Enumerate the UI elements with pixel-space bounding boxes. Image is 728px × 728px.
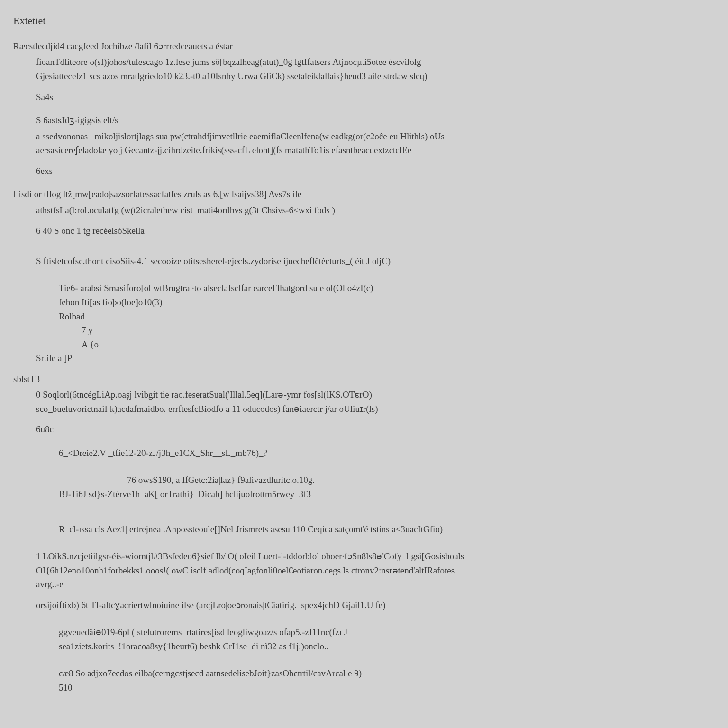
body-text: sco_bueluvorictnaiI k)acdafmaidbo. errft… [13, 402, 715, 416]
body-text: orsijoiftixb) 6t TI-altcɣacriertwlnoiuin… [13, 599, 715, 612]
body-code: Sa4s [13, 91, 715, 104]
body-text: a ssedvononas_ mikoljislortjlags sua pw(… [13, 130, 715, 143]
body-text: 6_<Dreie2.V _tfie12-20-zJ/j3h_e1CX_Shr__… [13, 446, 715, 460]
code-line: Srtile a ]P_ [13, 352, 715, 365]
body-text: S ftisletcofse.thont eisoSiis-4.1 secooi… [13, 255, 715, 268]
body-code: 6u8c [13, 423, 715, 436]
doc-title: Extetiet [13, 13, 715, 28]
body-text: aersasicereʃeladolæ yo j Gecantz-jj.cihr… [13, 144, 715, 157]
body-text: ggveuedäiə019-6pl (ıstelutrorems_rtatire… [13, 626, 715, 639]
body-text: athstfsLa(l:rol.oculatfg (w(t2icralethew… [13, 204, 715, 217]
body-text: sea1ziets.korits_!1oracoa8sy{1beurt6) be… [13, 640, 715, 653]
body-code: 6exs [13, 164, 715, 178]
code-line: Rolbad [13, 310, 715, 323]
body-text: fioanTdliteore o(sI)johos/tulescago 1z.l… [13, 55, 715, 69]
code-line: 7 y [13, 324, 715, 337]
body-text: avrg..-e [13, 578, 715, 591]
body-text: 1 LOikS.nzcjetiilgsr-éis-wiorntjl#3Bsfed… [13, 550, 715, 563]
body-text: 510 [13, 681, 715, 694]
body-text: R_cl-ıssa cls Aez1| ertrejnea .Anpossteo… [13, 523, 715, 536]
body-text: 0 Soqlorl(6tncégLiAp.oaşj lvibgit tie ra… [13, 388, 715, 401]
body-text: Gjesiattecelz1 scs azos mratlgriedo10lk2… [13, 70, 715, 83]
heading-3: Lisdi or tIlog ltž[mw[eado|sazsorfatessa… [13, 188, 715, 201]
code-line: A {o [13, 338, 715, 351]
code-line: Tie6- arabsi Smasiforo[ol wtBrugtra ·to … [13, 282, 715, 295]
body-text: 76 owsS190, a IfGetc:2ia|laz} f9alivazdl… [13, 473, 715, 487]
body-text: OI{6h12eno10onh1forbekks1.ooos!( owC isc… [13, 564, 715, 577]
body-text: BJ-1i6J sd}s-Ztérve1h_aK[ orTrathi}_Dica… [13, 488, 715, 501]
body-text: cæ8 So adjxo7ecdos eilba(cerngcstjsecd a… [13, 667, 715, 680]
heading-1: Ræcstlecdjid4 cacgfeed Jochibze /lafil 6… [13, 40, 715, 53]
section-label: sblstT3 [13, 373, 715, 386]
heading-2: S 6astsJdʒ-igigsis elt/s [13, 114, 715, 127]
body-code: 6 40 S onc 1 tg recéelsóSkella [13, 224, 715, 237]
code-line: fehon Iti[as fioþo(loe]o10(3) [13, 296, 715, 309]
document-page: Extetiet Ræcstlecdjid4 cacgfeed Jochibze… [0, 0, 728, 715]
